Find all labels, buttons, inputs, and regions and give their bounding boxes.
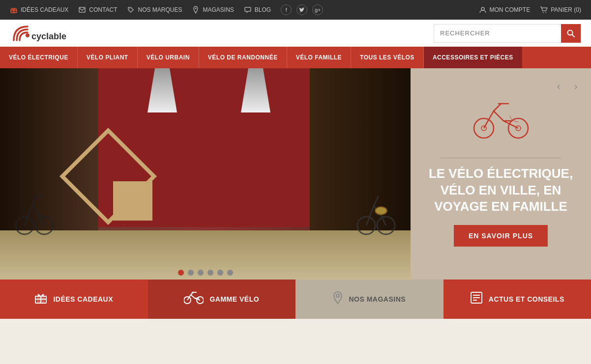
user-icon (479, 6, 487, 14)
hero-image (0, 68, 411, 280)
nav-idees-cadeaux-label: IDÉES CADEAUX (21, 6, 68, 13)
search-bar (434, 24, 581, 43)
nav-velo-randonnee[interactable]: VÉLO DE RANDONNÉE (199, 47, 287, 68)
svg-point-4 (195, 8, 197, 9)
cart-icon (540, 6, 548, 14)
hero-section: ‹ › LE VÉLO ÉLECTRIQUE, VÉLO EN VILLE, E… (0, 68, 591, 280)
tile-idees-cadeaux-label: IDÉES CADEAUX (53, 295, 113, 303)
site-header: cyclable (0, 20, 591, 47)
nav-velo-electrique[interactable]: VÉLO ÉLECTRIQUE (0, 47, 78, 68)
tile-bike-icon (184, 291, 204, 307)
search-input[interactable] (434, 25, 561, 42)
carousel-dot-4[interactable] (207, 270, 213, 276)
svg-line-11 (572, 34, 575, 37)
mail-icon (78, 6, 86, 14)
nav-blog[interactable]: BLOG (244, 6, 271, 14)
bottom-tiles: IDÉES CADEAUX GAMME VÉLO NOS MAGASINS (0, 280, 591, 319)
main-navigation: VÉLO ÉLECTRIQUE VÉLO PLIANT VÉLO URBAIN … (0, 47, 591, 68)
nav-nos-marques-label: NOS MARQUES (138, 6, 182, 13)
svg-point-3 (129, 8, 130, 9)
nav-magasins[interactable]: MAGASINS (192, 6, 234, 14)
hero-title: LE VÉLO ÉLECTRIQUE, VÉLO EN VILLE, EN VO… (425, 166, 576, 215)
nav-velo-pliant[interactable]: VÉLO PLIANT (78, 47, 138, 68)
nav-mon-compte[interactable]: MON COMPTE (479, 6, 531, 14)
nav-contact-label: CONTACT (89, 6, 117, 13)
carousel-dots (0, 270, 411, 276)
svg-point-8 (26, 33, 30, 37)
tile-gift-icon (34, 291, 47, 307)
top-nav-left: IDÉES CADEAUX CONTACT NOS MARQUES (10, 4, 323, 15)
tile-gamme-velo-label: GAMME VÉLO (209, 295, 259, 303)
nav-idees-cadeaux[interactable]: IDÉES CADEAUX (10, 6, 68, 14)
hero-text-panel: ‹ › LE VÉLO ÉLECTRIQUE, VÉLO EN VILLE, E… (411, 68, 591, 280)
svg-point-7 (545, 12, 546, 13)
hero-banner: ‹ › LE VÉLO ÉLECTRIQUE, VÉLO EN VILLE, E… (0, 68, 591, 280)
nav-mon-compte-label: MON COMPTE (490, 6, 531, 13)
tile-actus-conseils-label: ACTUS ET CONSEILS (489, 295, 564, 303)
nav-panier[interactable]: PANIER (0) (540, 6, 581, 14)
carousel-dot-6[interactable] (227, 270, 233, 276)
carousel-dot-2[interactable] (188, 270, 194, 276)
logo[interactable]: cyclable (10, 22, 79, 45)
social-icons: f g+ (281, 4, 323, 15)
nav-velo-urbain[interactable]: VÉLO URBAIN (138, 47, 199, 68)
nav-nos-marques[interactable]: NOS MARQUES (127, 6, 182, 14)
svg-text:cyclable: cyclable (31, 31, 66, 41)
svg-point-6 (543, 12, 544, 13)
tile-nos-magasins-label: NOS MAGASINS (349, 295, 406, 303)
bubble-icon (244, 6, 252, 14)
hero-cta-button[interactable]: EN SAVOIR PLUS (454, 225, 548, 247)
svg-rect-2 (79, 7, 85, 12)
googleplus-icon[interactable]: g+ (312, 4, 323, 15)
carousel-dot-1[interactable] (178, 270, 184, 276)
top-navigation: IDÉES CADEAUX CONTACT NOS MARQUES (0, 0, 591, 20)
tile-gamme-velo[interactable]: GAMME VÉLO (148, 280, 296, 319)
tile-actus-conseils[interactable]: ACTUS ET CONSEILS (443, 280, 591, 319)
nav-velo-famille[interactable]: VÉLO FAMILLE (287, 47, 351, 68)
gift-icon (10, 6, 18, 14)
carousel-prev-button[interactable]: ‹ (551, 78, 566, 94)
tile-nos-magasins[interactable]: NOS MAGASINS (296, 280, 443, 319)
search-button[interactable] (561, 24, 581, 43)
nav-contact[interactable]: CONTACT (78, 6, 117, 14)
tag-icon (127, 6, 135, 14)
nav-accessoires[interactable]: ACCESSOIRES ET PIÈCES (424, 47, 522, 68)
facebook-icon[interactable]: f (281, 4, 292, 15)
tile-pin-icon (333, 291, 343, 307)
hero-divider (441, 158, 561, 158)
svg-point-25 (336, 294, 339, 297)
nav-blog-label: BLOG (255, 6, 271, 13)
pin-icon (192, 6, 200, 14)
nav-magasins-label: MAGASINS (203, 6, 234, 13)
svg-point-16 (375, 207, 387, 215)
carousel-dot-5[interactable] (217, 270, 223, 276)
nav-tous-velos[interactable]: TOUS LES VÉLOS (351, 47, 424, 68)
carousel-next-button[interactable]: › (568, 78, 584, 94)
tile-idees-cadeaux[interactable]: IDÉES CADEAUX (0, 280, 148, 319)
svg-point-5 (481, 7, 484, 10)
hero-bike-icon (472, 101, 531, 140)
top-nav-right: MON COMPTE PANIER (0) (479, 6, 581, 14)
carousel-dot-3[interactable] (198, 270, 204, 276)
tile-news-icon (470, 291, 483, 307)
nav-panier-label: PANIER (0) (551, 6, 581, 13)
twitter-icon[interactable] (296, 4, 307, 15)
